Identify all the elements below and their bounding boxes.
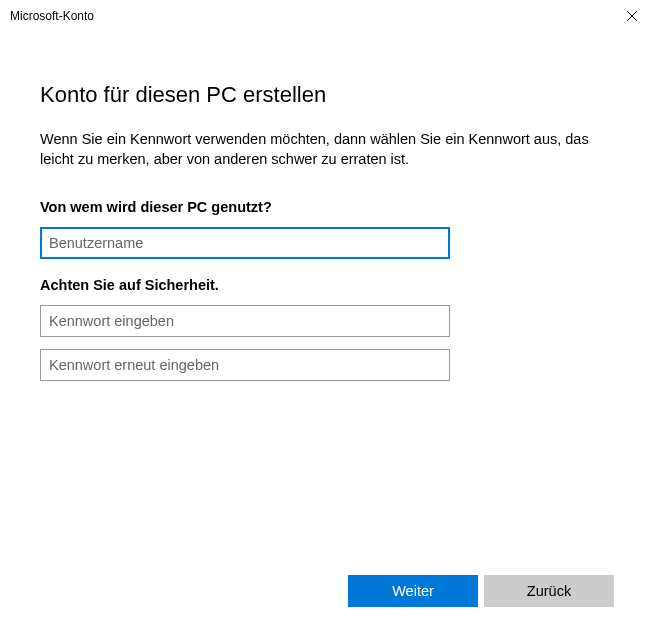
page-description: Wenn Sie ein Kennwort verwenden möchten,…	[40, 130, 600, 169]
username-input[interactable]	[40, 227, 450, 259]
titlebar: Microsoft-Konto	[0, 0, 654, 32]
close-icon	[627, 11, 637, 21]
username-section-label: Von wem wird dieser PC genutzt?	[40, 199, 614, 215]
page-heading: Konto für diesen PC erstellen	[40, 82, 614, 108]
close-button[interactable]	[609, 0, 654, 32]
password-section-label: Achten Sie auf Sicherheit.	[40, 277, 614, 293]
footer-buttons: Weiter Zurück	[348, 575, 614, 607]
username-section: Von wem wird dieser PC genutzt?	[40, 199, 614, 259]
password-confirm-input[interactable]	[40, 349, 450, 381]
password-input[interactable]	[40, 305, 450, 337]
back-button[interactable]: Zurück	[484, 575, 614, 607]
next-button[interactable]: Weiter	[348, 575, 478, 607]
content-area: Konto für diesen PC erstellen Wenn Sie e…	[0, 32, 654, 381]
window-title: Microsoft-Konto	[10, 9, 609, 23]
password-section: Achten Sie auf Sicherheit.	[40, 277, 614, 381]
